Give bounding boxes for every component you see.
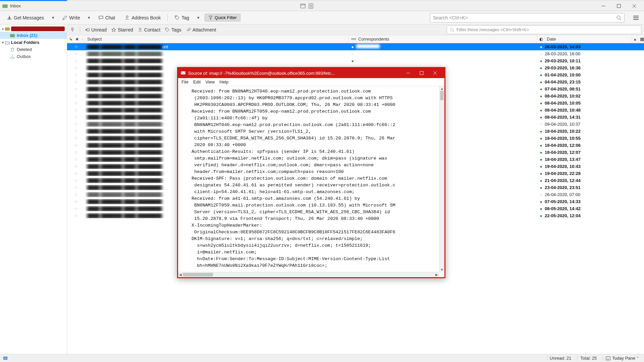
source-menu-edit[interactable]: Edit — [193, 79, 201, 84]
star-icon[interactable]: ☆ — [73, 108, 79, 113]
tag-dropdown[interactable]: ▾ — [196, 15, 201, 20]
star-icon[interactable]: ☆ — [73, 129, 79, 134]
read-dot[interactable]: ● — [349, 44, 356, 49]
date-dot: ● — [537, 143, 545, 148]
scroll-left-icon[interactable]: ◀ — [178, 272, 183, 277]
col-attach[interactable] — [79, 35, 85, 43]
sidebar-item-outbox[interactable]: Outbox — [0, 53, 67, 60]
filter-contact[interactable]: Contact — [138, 27, 160, 33]
star-icon[interactable]: ☆ — [73, 94, 79, 99]
message-row[interactable]: ☆████ ███████ ████ ████████unt●●26-03-20… — [67, 43, 644, 50]
source-close-button[interactable] — [428, 68, 442, 78]
star-icon[interactable]: ☆ — [73, 122, 79, 127]
paperclip-icon — [186, 27, 191, 32]
filter-starred[interactable]: Starred — [111, 27, 133, 33]
quick-filter-button[interactable]: Quick Filter — [205, 14, 240, 21]
star-icon[interactable]: ☆ — [73, 79, 79, 84]
filter-tags[interactable]: Tags — [165, 27, 181, 33]
write-dropdown[interactable]: ▾ — [87, 15, 92, 20]
star-icon[interactable]: ☆ — [73, 164, 79, 169]
source-titlebar[interactable]: Source of: imap:// -7%40outlook%2Ecom@ou… — [178, 68, 444, 78]
col-sort-arrow[interactable]: ▴ — [632, 35, 638, 43]
col-date[interactable]: Date — [545, 35, 632, 43]
svg-point-22 — [86, 29, 87, 31]
star-icon[interactable]: ☆ — [73, 157, 79, 162]
col-star[interactable]: ★ — [73, 35, 79, 43]
source-vertical-scrollbar[interactable]: ▲ ▼ — [439, 86, 444, 272]
source-maximize-button[interactable] — [415, 68, 428, 78]
star-icon[interactable]: ☆ — [73, 143, 79, 148]
calendar-icon[interactable] — [300, 3, 306, 9]
tag-button[interactable]: Tag — [172, 14, 192, 22]
address-book-button[interactable]: Address Book — [122, 14, 163, 22]
scroll-thumb[interactable] — [440, 91, 444, 100]
scroll-right-icon[interactable]: ▶ — [434, 272, 439, 277]
maximize-button[interactable] — [611, 1, 627, 11]
get-messages-dropdown[interactable]: ▾ — [51, 15, 55, 20]
message-row[interactable]: ☆████ ███████ ████ ████████●●29-03-2020,… — [67, 57, 644, 64]
col-thread[interactable]: ↳ — [67, 35, 73, 43]
star-icon[interactable]: ☆ — [73, 150, 79, 155]
filter-unread[interactable]: Unread — [85, 27, 107, 33]
source-menu-help[interactable]: Help — [219, 79, 228, 84]
source-menu-file[interactable]: File — [181, 79, 189, 84]
deleted-label: Deleted — [17, 47, 32, 52]
svg-rect-10 — [617, 4, 621, 8]
scroll-thumb-h[interactable] — [183, 273, 213, 277]
star-icon[interactable]: ☆ — [73, 58, 79, 63]
star-icon[interactable]: ☆ — [73, 72, 79, 77]
star-icon[interactable]: ☆ — [73, 44, 79, 49]
star-icon[interactable]: ☆ — [73, 199, 79, 204]
col-subject[interactable]: Subject — [85, 35, 349, 43]
star-icon[interactable]: ☆ — [73, 206, 79, 211]
write-label: Write — [69, 15, 80, 20]
star-icon[interactable]: ☆ — [73, 115, 79, 120]
app-menu-button[interactable] — [632, 15, 640, 20]
star-icon[interactable]: ☆ — [73, 192, 79, 197]
sidebar-item-inbox[interactable]: Inbox (21) — [0, 32, 67, 39]
date-dot: ● — [537, 150, 545, 155]
online-icon[interactable] — [3, 356, 8, 361]
account-row[interactable]: ▾ — [0, 26, 67, 32]
minimize-button[interactable] — [596, 1, 611, 11]
sidebar-item-local-folders[interactable]: ▾ Local Folders — [0, 39, 67, 46]
close-button[interactable] — [627, 1, 642, 11]
star-icon[interactable]: ☆ — [73, 86, 79, 92]
read-dot[interactable]: ● — [349, 58, 356, 63]
source-menu-view[interactable]: View — [205, 79, 215, 84]
read-dot[interactable]: ○ — [349, 51, 356, 56]
star-icon[interactable]: ☆ — [73, 171, 79, 176]
message-filter-input[interactable]: Filter these messages <Ctrl+Shift+K> — [447, 25, 641, 34]
col-correspondents[interactable]: Correspondents — [356, 35, 537, 43]
col-picker[interactable]: ▦ — [638, 35, 644, 43]
column-headers: ↳ ★ Subject 👓 Correspondents ◐ Date ▴ ▦ — [67, 35, 644, 43]
date-dot: ● — [537, 72, 545, 77]
write-button[interactable]: Write — [59, 14, 83, 22]
folder-sidebar: ▾ Inbox (21) ▾ Local Folders Deleted Out… — [0, 24, 67, 354]
message-row[interactable]: ☆████ ███████ ████ ████████○○28-03-2020,… — [67, 50, 644, 57]
date-dot: ○ — [537, 192, 545, 197]
get-messages-button[interactable]: Get Messages — [4, 14, 47, 22]
scroll-down-icon[interactable]: ▼ — [439, 267, 444, 272]
source-horizontal-scrollbar[interactable]: ◀ ▶ — [178, 272, 439, 277]
chat-button[interactable]: Chat — [96, 14, 118, 22]
star-icon[interactable]: ☆ — [73, 178, 79, 183]
col-read-icon[interactable]: 👓 — [349, 35, 356, 43]
col-date-indicator[interactable]: ◐ — [537, 35, 545, 43]
search-input[interactable]: Search <Ctrl+K> — [430, 13, 625, 22]
sidebar-item-deleted[interactable]: Deleted — [0, 46, 67, 53]
star-icon[interactable]: ☆ — [73, 51, 79, 56]
source-text[interactable]: Received: from BN8NAM12HT040.eop-nam12.p… — [178, 86, 444, 272]
search-icon — [450, 27, 454, 32]
star-icon[interactable]: ☆ — [73, 101, 79, 106]
filter-attachment[interactable]: Attachment — [186, 27, 216, 33]
star-icon[interactable]: ☆ — [73, 65, 79, 70]
source-minimize-button[interactable] — [401, 68, 415, 78]
tasks-icon[interactable] — [308, 3, 314, 9]
star-icon[interactable]: ☆ — [73, 185, 79, 190]
scroll-up-icon[interactable]: ▲ — [439, 86, 444, 91]
star-icon[interactable]: ☆ — [73, 213, 79, 218]
today-pane-toggle[interactable]: 1 Today Pane ˄ — [603, 356, 641, 361]
pin-icon[interactable] — [70, 27, 75, 33]
star-icon[interactable]: ☆ — [73, 136, 79, 141]
